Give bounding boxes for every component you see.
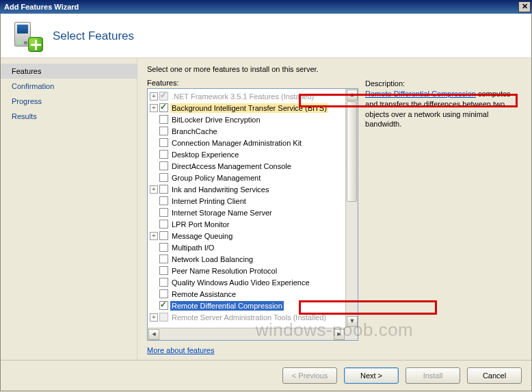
expand-icon[interactable]: + [150, 104, 158, 112]
feature-checkbox[interactable] [159, 196, 168, 205]
feature-item[interactable]: +Remote Differential Compression [148, 300, 345, 311]
feature-label: Network Load Balancing [170, 254, 254, 264]
features-tree[interactable]: +.NET Framework 3.5.1 Features (Installe… [147, 88, 358, 341]
feature-label: Group Policy Management [170, 173, 262, 183]
cancel-button[interactable]: Cancel [467, 367, 522, 384]
feature-label: BitLocker Drive Encryption [170, 115, 262, 125]
feature-item[interactable]: +BranchCache [148, 125, 345, 137]
scroll-up-icon[interactable]: ▲ [347, 90, 358, 101]
feature-item[interactable]: +Peer Name Resolution Protocol [148, 265, 345, 276]
feature-label: .NET Framework 3.5.1 Features (Installed… [170, 92, 315, 101]
feature-item[interactable]: +Ink and Handwriting Services [148, 183, 345, 195]
feature-checkbox[interactable] [159, 150, 168, 159]
content-pane: Select one or more features to install o… [137, 58, 531, 360]
feature-checkbox[interactable] [159, 231, 168, 240]
feature-item[interactable]: +Message Queuing [148, 230, 345, 241]
feature-item: +Remote Server Administration Tools (Ins… [148, 311, 345, 323]
install-button[interactable]: Install [405, 367, 460, 384]
feature-item[interactable]: +Background Intelligent Transfer Service… [148, 102, 345, 114]
feature-label: Desktop Experience [170, 150, 240, 159]
feature-label: Remote Assistance [170, 289, 237, 299]
description-text: Remote Differential Compression computes… [365, 89, 522, 129]
feature-item: +.NET Framework 3.5.1 Features (Installe… [148, 90, 345, 102]
feature-checkbox[interactable] [159, 254, 168, 263]
feature-item[interactable]: +DirectAccess Management Console [148, 160, 345, 172]
feature-label: Remote Differential Compression [170, 301, 284, 311]
feature-checkbox[interactable] [159, 115, 168, 124]
title-bar: Add Features Wizard ✕ [0, 0, 532, 14]
feature-label: Connection Manager Administration Kit [170, 138, 303, 148]
instruction-text: Select one or more features to install o… [147, 65, 522, 73]
feature-checkbox[interactable] [159, 301, 168, 310]
vertical-scrollbar[interactable]: ▲ ▼ [345, 89, 358, 328]
feature-label: Peer Name Resolution Protocol [170, 266, 278, 276]
window-body: Select Features FeaturesConfirmationProg… [0, 14, 532, 391]
wizard-sidebar: FeaturesConfirmationProgressResults [1, 58, 137, 360]
feature-label: Message Queuing [170, 231, 234, 241]
wizard-icon [10, 19, 44, 53]
feature-item[interactable]: +Network Load Balancing [148, 253, 345, 265]
previous-button[interactable]: < Previous [282, 367, 337, 384]
expand-icon[interactable]: + [150, 232, 158, 240]
feature-item[interactable]: +Connection Manager Administration Kit [148, 137, 345, 148]
description-label: Description: [365, 79, 522, 89]
feature-checkbox[interactable] [159, 243, 168, 252]
scroll-down-icon[interactable]: ▼ [347, 316, 358, 327]
feature-label: Ink and Handwriting Services [170, 185, 270, 194]
feature-checkbox [159, 92, 168, 101]
feature-checkbox [159, 313, 168, 322]
feature-checkbox[interactable] [159, 208, 168, 217]
feature-item[interactable]: +Group Policy Management [148, 172, 345, 183]
sidebar-step[interactable]: Confirmation [1, 79, 137, 94]
feature-checkbox[interactable] [159, 161, 168, 170]
wizard-header: Select Features [1, 14, 531, 58]
feature-label: BranchCache [170, 127, 219, 136]
feature-label: Background Intelligent Transfer Service … [170, 103, 328, 113]
description-link[interactable]: Remote Differential Compression [365, 90, 476, 98]
feature-label: Quality Windows Audio Video Experience [170, 278, 311, 287]
feature-checkbox[interactable] [159, 185, 168, 194]
expand-icon[interactable]: + [150, 92, 158, 101]
horizontal-scrollbar[interactable]: ◄ ► [148, 328, 345, 340]
feature-label: Remote Server Administration Tools (Inst… [170, 313, 328, 322]
feature-checkbox[interactable] [159, 266, 168, 275]
feature-item[interactable]: +Desktop Experience [148, 148, 345, 160]
feature-item[interactable]: +Internet Storage Name Server [148, 207, 345, 218]
feature-item[interactable]: +BitLocker Drive Encryption [148, 114, 345, 125]
next-button[interactable]: Next > [344, 367, 399, 384]
feature-checkbox[interactable] [159, 289, 168, 298]
feature-checkbox[interactable] [159, 278, 168, 287]
feature-item[interactable]: +Remote Assistance [148, 288, 345, 300]
feature-checkbox[interactable] [159, 103, 168, 112]
feature-item[interactable]: +Quality Windows Audio Video Experience [148, 276, 345, 288]
page-heading: Select Features [53, 29, 134, 43]
window-title: Add Features Wizard [4, 3, 79, 11]
feature-checkbox[interactable] [159, 173, 168, 182]
sidebar-step[interactable]: Results [1, 109, 137, 124]
scroll-left-icon[interactable]: ◄ [148, 329, 159, 340]
features-label: Features: [147, 79, 358, 87]
feature-label: LPR Port Monitor [170, 220, 230, 229]
feature-item[interactable]: +Internet Printing Client [148, 195, 345, 207]
feature-checkbox[interactable] [159, 127, 168, 135]
expand-icon[interactable]: + [150, 313, 158, 322]
button-bar: < Previous Next > Install Cancel [1, 360, 531, 391]
feature-label: Internet Printing Client [170, 196, 248, 206]
scroll-thumb[interactable] [347, 101, 357, 202]
sidebar-step[interactable]: Features [1, 64, 137, 79]
feature-label: Internet Storage Name Server [170, 208, 274, 218]
close-button[interactable]: ✕ [518, 1, 531, 12]
feature-label: DirectAccess Management Console [170, 161, 293, 171]
main-area: FeaturesConfirmationProgressResults Sele… [1, 58, 531, 360]
feature-checkbox[interactable] [159, 138, 168, 147]
feature-item[interactable]: +Multipath I/O [148, 241, 345, 253]
feature-label: Multipath I/O [170, 243, 215, 252]
feature-checkbox[interactable] [159, 220, 168, 228]
expand-icon[interactable]: + [150, 185, 158, 194]
more-about-features-link[interactable]: More about features [147, 346, 358, 354]
feature-item[interactable]: +LPR Port Monitor [148, 218, 345, 230]
scroll-right-icon[interactable]: ► [334, 329, 345, 340]
sidebar-step[interactable]: Progress [1, 94, 137, 109]
